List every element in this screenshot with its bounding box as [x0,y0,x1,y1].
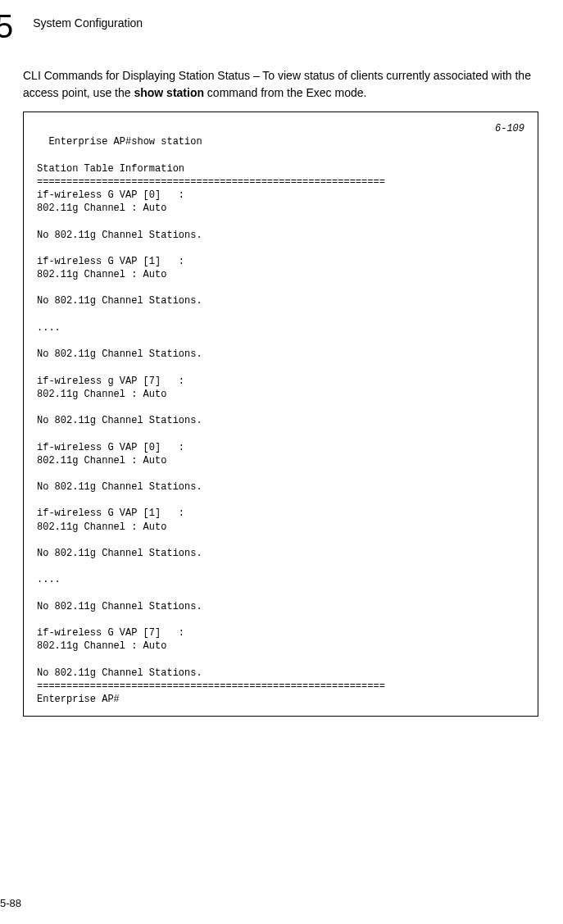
code-reference: 6-109 [495,122,524,135]
intro-command: show station [134,86,204,99]
page-header: 5 System Configuration [23,15,538,43]
intro-paragraph: CLI Commands for Displaying Station Stat… [23,67,538,102]
code-block: 6-109Enterprise AP#show station Station … [23,112,538,717]
page-number: 5-88 [0,897,21,909]
header-title: System Configuration [33,16,143,30]
chapter-number: 5 [0,10,13,43]
intro-text-after: command from the Exec mode. [204,86,366,99]
code-body: Enterprise AP#show station Station Table… [37,136,385,705]
